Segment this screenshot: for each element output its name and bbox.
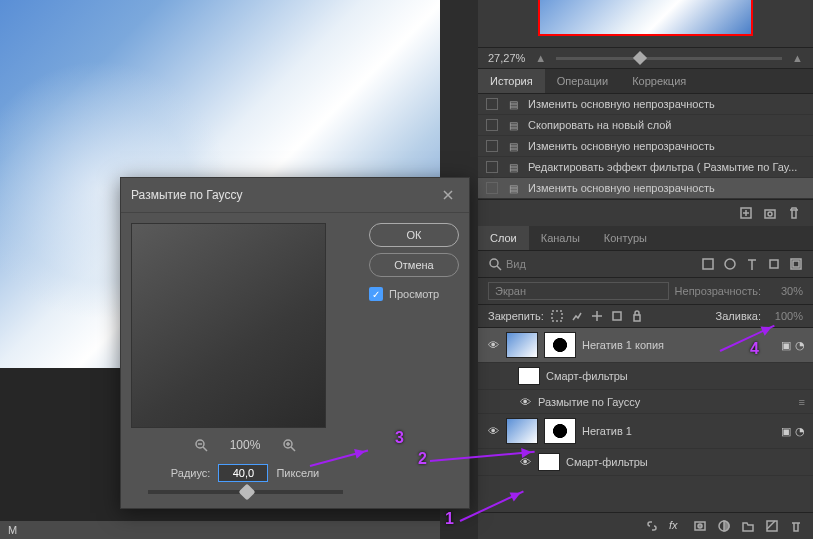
opacity-value[interactable]: 30% — [767, 285, 803, 297]
layer-name[interactable]: Негатив 1 копия — [582, 339, 775, 351]
layer-item[interactable]: 👁 Негатив 1 ▣◔ — [478, 414, 813, 449]
filter-adjustment-icon[interactable] — [723, 257, 737, 271]
svg-rect-3 — [765, 210, 775, 218]
navigator-thumbnail[interactable] — [538, 0, 753, 36]
svg-rect-11 — [552, 311, 562, 321]
link-layers-icon[interactable] — [645, 519, 659, 533]
radius-slider[interactable] — [148, 490, 343, 494]
zoom-in-icon — [282, 438, 296, 452]
zoom-out-icon — [194, 438, 208, 452]
layer-thumbnail[interactable] — [506, 418, 538, 444]
annotation-number: 3 — [395, 429, 404, 447]
smart-object-icon: ▣ — [781, 339, 791, 352]
camera-icon[interactable] — [763, 206, 777, 220]
svg-point-5 — [490, 259, 498, 267]
history-list: ▤Изменить основную непрозрачность ▤Скопи… — [478, 94, 813, 199]
navigator-panel — [478, 0, 813, 48]
cancel-button[interactable]: Отмена — [369, 253, 459, 277]
dialog-title-text: Размытие по Гауссу — [131, 188, 242, 202]
blur-preview[interactable] — [131, 223, 326, 428]
lock-artboard-icon[interactable] — [610, 309, 624, 323]
layer-mask-thumbnail[interactable] — [544, 332, 576, 358]
new-layer-icon[interactable] — [765, 519, 779, 533]
radius-input[interactable] — [218, 464, 268, 482]
new-snapshot-icon[interactable] — [739, 206, 753, 220]
navigator-zoom-slider[interactable] — [556, 57, 782, 60]
tab-history[interactable]: История — [478, 69, 545, 93]
smart-object-icon: ▣ — [781, 425, 791, 438]
layers-tabs: Слои Каналы Контуры — [478, 226, 813, 251]
delete-layer-icon[interactable] — [789, 519, 803, 533]
layer-thumbnail[interactable] — [506, 332, 538, 358]
history-item[interactable]: ▤Изменить основную непрозрачность — [478, 94, 813, 115]
filter-smart-icon[interactable] — [789, 257, 803, 271]
dialog-close-button[interactable] — [437, 184, 459, 206]
visibility-toggle[interactable]: 👁 — [518, 456, 532, 468]
lock-position-icon[interactable] — [590, 309, 604, 323]
visibility-toggle[interactable]: 👁 — [486, 425, 500, 437]
history-tabs: История Операции Коррекция — [478, 69, 813, 94]
trash-icon[interactable] — [787, 206, 801, 220]
zoom-percent: 100% — [230, 438, 261, 452]
ok-button[interactable]: ОК — [369, 223, 459, 247]
visibility-toggle[interactable]: 👁 — [518, 396, 532, 408]
filter-fx-icon: ◔ — [795, 339, 805, 352]
blend-mode-select[interactable]: Экран — [488, 282, 669, 300]
svg-point-7 — [725, 259, 735, 269]
smart-filter-item[interactable]: 👁 Размытие по Гауссу ≡ — [478, 390, 813, 414]
layer-mask-thumbnail[interactable] — [544, 418, 576, 444]
svg-rect-13 — [634, 315, 640, 321]
svg-rect-6 — [703, 259, 713, 269]
filter-options-icon[interactable]: ≡ — [799, 396, 805, 408]
tab-correction[interactable]: Коррекция — [620, 69, 698, 93]
annotation-number: 4 — [750, 340, 759, 358]
filter-shape-icon[interactable] — [767, 257, 781, 271]
adjustment-layer-icon[interactable] — [717, 519, 731, 533]
annotation-number: 2 — [418, 450, 427, 468]
svg-rect-10 — [793, 261, 799, 267]
visibility-toggle[interactable]: 👁 — [486, 339, 500, 351]
layer-fx-icon[interactable]: fx — [669, 519, 683, 533]
slider-thumb[interactable] — [239, 484, 256, 501]
tab-actions[interactable]: Операции — [545, 69, 620, 93]
filter-mask-thumbnail[interactable] — [538, 453, 560, 471]
tab-paths[interactable]: Контуры — [592, 226, 659, 250]
zoom-in-button[interactable] — [280, 436, 298, 454]
history-item[interactable]: ▤Изменить основную непрозрачность — [478, 178, 813, 199]
annotation-number: 1 — [445, 510, 454, 528]
filter-type-icon[interactable] — [745, 257, 759, 271]
layer-name[interactable]: Негатив 1 — [582, 425, 775, 437]
preview-checkbox[interactable]: ✓ — [369, 287, 383, 301]
svg-point-15 — [698, 524, 702, 528]
layer-mask-icon[interactable] — [693, 519, 707, 533]
lock-image-icon[interactable] — [570, 309, 584, 323]
preview-label: Просмотр — [389, 288, 439, 300]
lock-label: Закрепить: — [488, 310, 544, 322]
close-icon — [441, 188, 455, 202]
nav-slider-thumb[interactable] — [633, 50, 647, 64]
smart-filters-header[interactable]: Смарт-фильтры — [478, 363, 813, 390]
history-item[interactable]: ▤Скопировать на новый слой — [478, 115, 813, 136]
filter-fx-icon: ◔ — [795, 425, 805, 438]
smart-filters-label: Смарт-фильтры — [546, 370, 805, 382]
filter-pixel-icon[interactable] — [701, 257, 715, 271]
history-item[interactable]: ▤Изменить основную непрозрачность — [478, 136, 813, 157]
svg-rect-8 — [770, 260, 778, 268]
fill-label: Заливка: — [716, 310, 761, 322]
tab-layers[interactable]: Слои — [478, 226, 529, 250]
history-item[interactable]: ▤Редактировать эффект фильтра ( Размытие… — [478, 157, 813, 178]
filter-mask-thumbnail[interactable] — [518, 367, 540, 385]
zoom-out-button[interactable] — [192, 436, 210, 454]
dialog-titlebar[interactable]: Размытие по Гауссу — [121, 178, 469, 213]
svg-point-4 — [768, 212, 772, 216]
layer-filter-type[interactable]: Вид — [506, 258, 526, 270]
filter-name[interactable]: Размытие по Гауссу — [538, 396, 793, 408]
lock-transparent-icon[interactable] — [550, 309, 564, 323]
lock-all-icon[interactable] — [630, 309, 644, 323]
opacity-label: Непрозрачность: — [675, 285, 761, 297]
panels-dock: 27,27% ▲ ▲ История Операции Коррекция ▤И… — [478, 0, 813, 539]
tab-channels[interactable]: Каналы — [529, 226, 592, 250]
navigator-zoom: 27,27% — [488, 52, 525, 64]
group-icon[interactable] — [741, 519, 755, 533]
svg-rect-17 — [767, 521, 777, 531]
